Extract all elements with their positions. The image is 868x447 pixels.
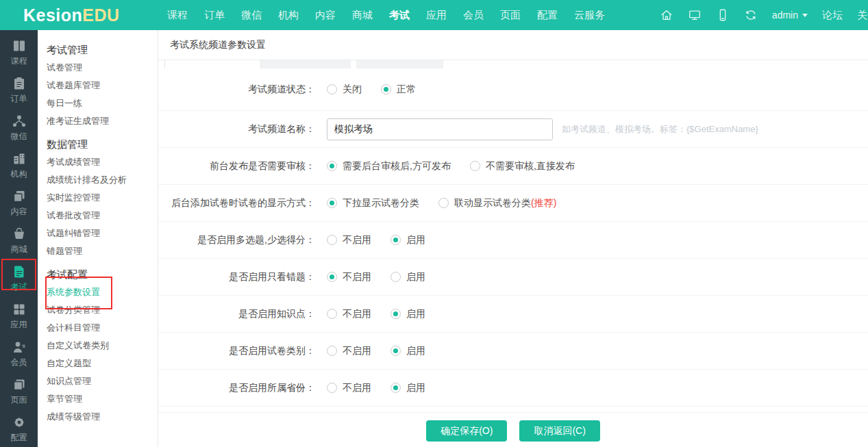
sidebar-item-配置[interactable]: 配置 <box>0 410 38 447</box>
radio-option[interactable]: 联动显示试卷分类(推荐) <box>438 197 556 209</box>
nav-item-会员[interactable]: 会员 <box>463 9 484 22</box>
input-hint-text: 如考试频道、模拟考场。标签：{$GetExamName} <box>562 123 758 136</box>
menu-item-每日一练[interactable]: 每日一练 <box>47 94 158 112</box>
nav-item-内容[interactable]: 内容 <box>315 9 336 22</box>
sidebar-item-考试[interactable]: 考试 <box>0 259 38 297</box>
radio-option[interactable]: 需要后台审核后,方可发布 <box>327 160 451 173</box>
radio-unselected-icon[interactable] <box>438 198 449 208</box>
radio-selected-icon[interactable] <box>327 198 337 208</box>
form-row-control: 如考试频道、模拟考场。标签：{$GetExamName} <box>327 118 758 140</box>
menu-item-章节管理[interactable]: 章节管理 <box>47 390 158 408</box>
radio-option[interactable]: 启用 <box>390 271 425 283</box>
sidebar-item-内容[interactable]: 内容 <box>0 184 38 222</box>
menu-item-自定义试卷类别[interactable]: 自定义试卷类别 <box>47 337 158 355</box>
radio-option[interactable]: 不需要审核,直接发布 <box>470 160 575 173</box>
save-button[interactable]: 确定保存(O) <box>426 420 507 442</box>
tab-2[interactable] <box>261 60 351 68</box>
radio-unselected-icon[interactable] <box>470 161 480 171</box>
radio-selected-icon[interactable] <box>390 383 401 393</box>
menu-item-会计科目管理[interactable]: 会计科目管理 <box>47 319 158 337</box>
radio-selected-icon[interactable] <box>390 346 401 356</box>
book-icon <box>12 38 27 53</box>
radio-selected-icon[interactable] <box>390 309 401 319</box>
menu-item-试卷题库管理[interactable]: 试卷题库管理 <box>47 77 158 94</box>
radio-unselected-icon[interactable] <box>327 346 337 356</box>
radio-unselected-icon[interactable] <box>327 235 337 245</box>
sidebar-item-label: 应用 <box>11 319 27 331</box>
nav-item-商城[interactable]: 商城 <box>352 9 373 22</box>
menu-item-成绩统计排名及分析[interactable]: 成绩统计排名及分析 <box>47 171 158 189</box>
radio-option[interactable]: 不启用 <box>327 308 371 320</box>
menu-item-考试成绩管理[interactable]: 考试成绩管理 <box>47 153 158 171</box>
form-row: 是否启用多选题,少选得分：不启用启用 <box>158 222 868 259</box>
menu-item-错题管理[interactable]: 错题管理 <box>47 242 158 260</box>
nav-item-应用[interactable]: 应用 <box>426 9 447 22</box>
about-link[interactable]: 关于 <box>857 9 868 22</box>
menu-item-成绩等级管理[interactable]: 成绩等级管理 <box>47 408 158 426</box>
menu-item-试卷分类管理[interactable]: 试卷分类管理 <box>47 301 158 319</box>
cancel-button[interactable]: 取消返回(C) <box>519 420 599 442</box>
radio-option[interactable]: 关闭 <box>327 84 362 96</box>
form-row: 前台发布是否需要审核：需要后台审核后,方可发布不需要审核,直接发布 <box>158 148 868 185</box>
menu-item-试卷管理[interactable]: 试卷管理 <box>47 59 158 77</box>
nav-item-课程[interactable]: 课程 <box>167 9 188 22</box>
radio-selected-icon[interactable] <box>381 84 391 94</box>
sidebar-item-页面[interactable]: 页面 <box>0 372 38 410</box>
radio-unselected-icon[interactable] <box>390 272 401 282</box>
radio-option[interactable]: 不启用 <box>327 271 371 283</box>
radio-option-label: 下拉显示试卷分类 <box>343 197 419 209</box>
desktop-icon[interactable] <box>688 8 702 22</box>
tab-3[interactable] <box>356 60 443 68</box>
nav-item-云服务[interactable]: 云服务 <box>574 9 605 22</box>
nav-item-订单[interactable]: 订单 <box>204 9 225 22</box>
topbar: KesionEDU 课程订单微信机构内容商城考试应用会员页面配置云服务 admi… <box>0 0 868 30</box>
radio-selected-icon[interactable] <box>390 235 401 245</box>
mobile-icon[interactable] <box>716 8 730 22</box>
menu-item-自定义题型[interactable]: 自定义题型 <box>47 355 158 372</box>
menu-item-实时监控管理[interactable]: 实时监控管理 <box>47 189 158 207</box>
menu-item-准考证生成管理[interactable]: 准考证生成管理 <box>47 112 158 130</box>
sidebar-item-label: 订单 <box>11 93 27 105</box>
sidebar-item-机构[interactable]: 机构 <box>0 146 38 184</box>
sidebar-item-课程[interactable]: 课程 <box>0 34 38 71</box>
radio-option[interactable]: 正常 <box>381 84 416 96</box>
form-row: 是否启用只看错题：不启用启用 <box>158 259 868 296</box>
nav-item-页面[interactable]: 页面 <box>500 9 521 22</box>
home-icon[interactable] <box>660 8 673 22</box>
nav-item-配置[interactable]: 配置 <box>537 9 558 22</box>
menu-item-系统参数设置[interactable]: 系统参数设置 <box>47 283 158 301</box>
radio-option[interactable]: 启用 <box>390 382 425 394</box>
radio-unselected-icon[interactable] <box>327 84 337 94</box>
nav-item-微信[interactable]: 微信 <box>241 9 262 22</box>
radio-option[interactable]: 不启用 <box>327 234 371 246</box>
radio-selected-icon[interactable] <box>327 161 337 171</box>
sidebar-item-微信[interactable]: 微信 <box>0 109 38 146</box>
forum-link[interactable]: 论坛 <box>822 9 843 22</box>
radio-option[interactable]: 下拉显示试卷分类 <box>327 197 419 209</box>
menu-item-知识点管理[interactable]: 知识点管理 <box>47 372 158 390</box>
radio-selected-icon[interactable] <box>327 272 337 282</box>
channel-name-input[interactable] <box>327 118 553 140</box>
radio-option[interactable]: 启用 <box>390 345 425 357</box>
radio-option-label: 启用 <box>406 308 425 320</box>
sidebar-item-应用[interactable]: 应用 <box>0 297 38 335</box>
sidebar-item-label: 页面 <box>11 394 27 406</box>
nav-item-考试[interactable]: 考试 <box>389 9 410 22</box>
menu-item-试卷批改管理[interactable]: 试卷批改管理 <box>47 207 158 225</box>
radio-option[interactable]: 不启用 <box>327 345 371 357</box>
user-menu[interactable]: admin <box>772 10 808 21</box>
refresh-icon[interactable] <box>744 8 758 22</box>
nav-item-机构[interactable]: 机构 <box>278 9 299 22</box>
radio-option[interactable]: 不启用 <box>327 382 371 394</box>
app-logo[interactable]: KesionEDU <box>23 0 120 30</box>
menu-item-试题纠错管理[interactable]: 试题纠错管理 <box>47 225 158 242</box>
radio-option-label: 关闭 <box>343 84 362 96</box>
sidebar-item-会员[interactable]: 会员 <box>0 335 38 372</box>
sidebar-item-订单[interactable]: 订单 <box>0 71 38 109</box>
tab-1[interactable] <box>164 60 261 68</box>
sidebar-item-商城[interactable]: 商城 <box>0 222 38 259</box>
radio-option[interactable]: 启用 <box>390 234 425 246</box>
radio-option[interactable]: 启用 <box>390 308 425 320</box>
radio-unselected-icon[interactable] <box>327 309 337 319</box>
radio-unselected-icon[interactable] <box>327 383 337 393</box>
